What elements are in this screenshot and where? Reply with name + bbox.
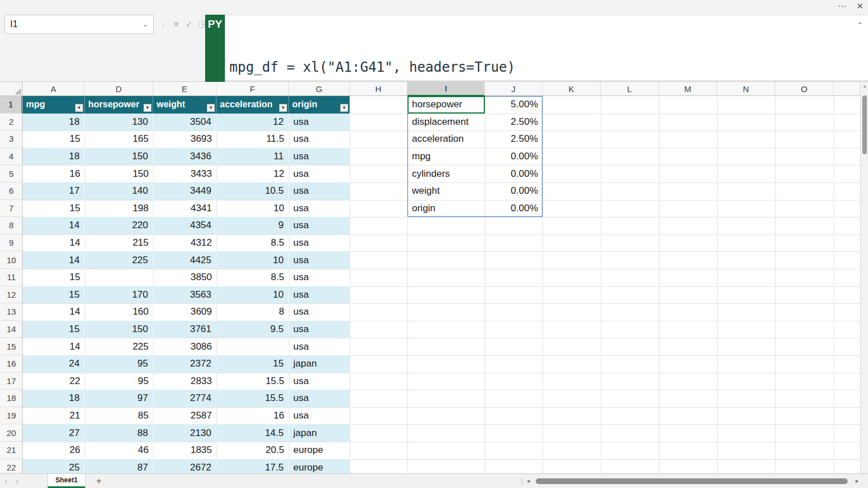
row-header-13[interactable]: 13 xyxy=(0,303,23,321)
grid-cell[interactable]: usa xyxy=(289,373,350,390)
grid-cell[interactable]: usa xyxy=(289,286,350,304)
grid-cell[interactable]: 140 xyxy=(85,182,153,200)
column-header-F[interactable]: F xyxy=(216,82,289,96)
row-header-9[interactable]: 9 xyxy=(0,234,23,252)
grid-cell[interactable]: 17.5 xyxy=(216,459,289,473)
table-header-acceleration[interactable]: acceleration▾ xyxy=(216,96,289,114)
grid-cell[interactable]: 1835 xyxy=(153,442,216,459)
grid-cell[interactable]: 4425 xyxy=(153,251,216,269)
grid-cell[interactable]: 15 xyxy=(23,321,85,338)
window-more-button[interactable]: ⋯ xyxy=(837,1,846,11)
column-header-J[interactable]: J xyxy=(485,82,542,96)
grid-cell[interactable]: usa xyxy=(289,234,350,252)
spill-cell[interactable]: origin xyxy=(407,200,485,217)
spill-cell[interactable]: cylinders xyxy=(407,165,485,182)
grid-cell[interactable]: usa xyxy=(289,251,350,269)
grid-cell[interactable]: 12 xyxy=(216,114,289,131)
grid-cell[interactable]: 160 xyxy=(85,303,153,321)
grid-cell[interactable]: 88 xyxy=(85,424,153,442)
grid-cell[interactable]: europe xyxy=(289,459,350,473)
grid-cell[interactable]: 10 xyxy=(216,200,289,217)
scroll-left-icon[interactable]: ◂ xyxy=(527,474,530,488)
select-all-corner[interactable] xyxy=(0,82,23,96)
grid-cell[interactable]: 8.5 xyxy=(216,234,289,252)
row-header-15[interactable]: 15 xyxy=(0,338,23,355)
grid-cell[interactable]: usa xyxy=(289,182,350,200)
grid-cell[interactable]: 2130 xyxy=(153,424,216,442)
row-header-2[interactable]: 2 xyxy=(0,114,23,131)
grid-cell[interactable]: usa xyxy=(289,217,350,234)
grid-cell[interactable]: 15 xyxy=(23,130,85,148)
row-header-10[interactable]: 10 xyxy=(0,251,23,269)
grid-cell[interactable]: 10 xyxy=(216,251,289,269)
grid-cell[interactable]: 17 xyxy=(23,182,85,200)
grid-cell[interactable]: 225 xyxy=(85,338,153,355)
spill-cell[interactable]: 2.50% xyxy=(485,114,542,131)
grid-cell[interactable]: 95 xyxy=(85,373,153,390)
spill-cell[interactable]: 0.00% xyxy=(485,148,542,165)
enter-icon[interactable]: ✓ xyxy=(186,20,193,29)
grid-cell[interactable]: 3850 xyxy=(153,269,216,286)
column-header-N[interactable]: N xyxy=(717,82,775,96)
next-sheet-arrow[interactable]: › xyxy=(16,474,19,488)
grid-cell[interactable]: 14.5 xyxy=(216,424,289,442)
grid-cell[interactable]: 3433 xyxy=(153,165,216,182)
horizontal-scrollbar-thumb[interactable] xyxy=(536,478,848,484)
grid-cell[interactable]: 4341 xyxy=(153,200,216,217)
grid-cell[interactable]: 10.5 xyxy=(216,182,289,200)
column-header-M[interactable]: M xyxy=(659,82,717,96)
grid-cell[interactable]: usa xyxy=(289,130,350,148)
spill-cell[interactable]: horsepower xyxy=(407,96,485,114)
table-header-weight[interactable]: weight▾ xyxy=(153,96,216,114)
row-header-14[interactable]: 14 xyxy=(0,321,23,338)
row-header-1[interactable]: 1 xyxy=(0,96,23,114)
grid-cell[interactable]: 3761 xyxy=(153,321,216,338)
row-header-17[interactable]: 17 xyxy=(0,373,23,390)
grid-cell[interactable]: 2372 xyxy=(153,355,216,373)
spill-cell[interactable]: 2.50% xyxy=(485,130,542,148)
filter-button[interactable]: ▾ xyxy=(144,104,151,112)
vertical-scrollbar[interactable]: ▲ xyxy=(860,82,868,473)
filter-button[interactable]: ▾ xyxy=(75,104,83,112)
grid-cell[interactable]: 9 xyxy=(216,217,289,234)
filter-button[interactable]: ▾ xyxy=(207,104,215,112)
spill-cell[interactable]: 0.00% xyxy=(485,200,542,217)
grid-cell[interactable]: 14 xyxy=(23,251,85,269)
grid-cell[interactable]: 9.5 xyxy=(216,321,289,338)
grid-cell[interactable] xyxy=(85,269,153,286)
grid-cell[interactable]: 3086 xyxy=(153,338,216,355)
table-header-horsepower[interactable]: horsepower▾ xyxy=(85,96,153,114)
grid-cell[interactable]: 8 xyxy=(216,303,289,321)
grid-cell[interactable]: 2833 xyxy=(153,373,216,390)
grid-cell[interactable]: usa xyxy=(289,165,350,182)
column-header-O[interactable]: O xyxy=(775,82,834,96)
grid-cell[interactable]: 18 xyxy=(23,390,85,407)
row-header-11[interactable]: 11 xyxy=(0,269,23,286)
grid-cell[interactable]: 198 xyxy=(85,200,153,217)
grid-cell[interactable]: 85 xyxy=(85,407,153,425)
column-header-E[interactable]: E xyxy=(153,82,216,96)
grid-cell[interactable]: 150 xyxy=(85,165,153,182)
grid-cell[interactable]: 14 xyxy=(23,338,85,355)
row-header-19[interactable]: 19 xyxy=(0,407,23,425)
row-header-4[interactable]: 4 xyxy=(0,148,23,165)
grid-cell[interactable]: 18 xyxy=(23,148,85,165)
add-sheet-button[interactable]: + xyxy=(93,474,105,488)
column-header-L[interactable]: L xyxy=(601,82,659,96)
grid-cell[interactable]: 225 xyxy=(85,251,153,269)
spill-cell[interactable]: displacement xyxy=(407,114,485,131)
filter-button[interactable]: ▾ xyxy=(340,104,348,112)
grid-cell[interactable]: 165 xyxy=(85,130,153,148)
grid-cell[interactable] xyxy=(216,338,289,355)
grid-cell[interactable]: 10 xyxy=(216,286,289,304)
prev-sheet-arrow[interactable]: ‹ xyxy=(5,474,7,488)
row-header-8[interactable]: 8 xyxy=(0,217,23,234)
grid-cell[interactable]: 15 xyxy=(23,286,85,304)
name-box[interactable]: I1 ⌄ xyxy=(5,15,154,34)
grid-cell[interactable]: 3504 xyxy=(153,114,216,131)
row-header-20[interactable]: 20 xyxy=(0,424,23,442)
grid-cell[interactable]: 2587 xyxy=(153,407,216,425)
column-header-K[interactable]: K xyxy=(542,82,601,96)
grid-cell[interactable]: usa xyxy=(289,407,350,425)
column-header-D[interactable]: D xyxy=(85,82,153,96)
